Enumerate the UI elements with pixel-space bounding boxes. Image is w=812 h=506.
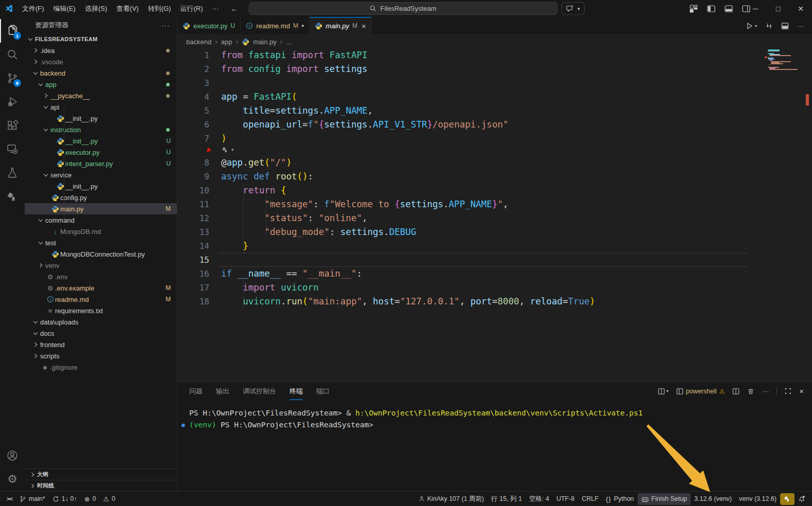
tree-item-__init__.py[interactable]: __init__.py xyxy=(25,113,177,124)
tree-item-docs[interactable]: docs xyxy=(25,328,177,339)
account-icon[interactable] xyxy=(0,444,25,467)
extensions-icon[interactable] xyxy=(0,114,25,137)
status-eol[interactable]: CRLF xyxy=(578,493,602,505)
panel-tab-调试控制台[interactable]: 调试控制台 xyxy=(243,382,276,400)
tree-item-requirements.txt[interactable]: ≡requirements.txt xyxy=(25,305,177,316)
status-git-branch[interactable]: main* xyxy=(16,493,49,505)
pinwheel-extension-icon[interactable] xyxy=(0,185,25,208)
minimap[interactable] xyxy=(768,49,802,70)
tree-item-FILESREADSYSTEAM[interactable]: FILESREADSYSTEAM xyxy=(25,33,177,45)
tree-item-__init__.py[interactable]: __init__.py xyxy=(25,180,177,192)
tree-item-MongoDB.md[interactable]: ↓MongoDB.md xyxy=(25,226,177,237)
menu-item[interactable]: 运行(R) xyxy=(175,3,207,15)
panel-tab-终端[interactable]: 终端 xyxy=(290,382,303,400)
tree-item-instruction[interactable]: instruction xyxy=(25,124,177,135)
close-tab-icon[interactable]: × xyxy=(362,22,366,30)
panel-tab-问题[interactable]: 问题 xyxy=(189,382,203,400)
minimize-button[interactable]: ─ xyxy=(744,0,767,17)
menu-item[interactable]: 编辑(E) xyxy=(49,3,80,15)
status-extension-pinwheel[interactable] xyxy=(780,493,795,505)
status-finish-setup[interactable]: Finish Setup xyxy=(638,493,691,505)
new-terminal-icon[interactable]: ▾ xyxy=(658,388,669,395)
breadcrumb-item[interactable]: main.py xyxy=(253,38,277,46)
menu-item[interactable]: 转到(G) xyxy=(143,3,176,15)
status-cursor-position[interactable]: 行 15, 列 1 xyxy=(488,493,526,505)
tree-item-executor.py[interactable]: executor.pyU xyxy=(25,147,177,158)
tree-item-frontend[interactable]: frontend xyxy=(25,339,177,350)
run-debug-icon[interactable] xyxy=(0,90,25,114)
tree-item-backend[interactable]: backend xyxy=(25,67,177,79)
maximize-button[interactable]: □ xyxy=(767,0,789,17)
status-indentation[interactable]: 空格: 4 xyxy=(526,493,553,505)
menu-item[interactable]: ··· xyxy=(207,3,223,15)
copilot-button[interactable]: ▾ xyxy=(562,2,585,15)
search-view-icon[interactable] xyxy=(0,43,25,66)
tree-item-scripts[interactable]: scripts xyxy=(25,350,177,362)
toggle-sidebar-icon[interactable] xyxy=(707,5,715,13)
editor-tab-executor.py[interactable]: executor.pyU xyxy=(177,17,241,34)
menu-item[interactable]: 文件(F) xyxy=(17,3,49,15)
dirty-indicator-icon[interactable]: ● xyxy=(301,23,304,28)
status-git-sync[interactable]: 1↓ 0↑ xyxy=(49,493,81,505)
tree-item-__pycache__[interactable]: __pycache__ xyxy=(25,90,177,101)
breadcrumb-item[interactable]: ... xyxy=(286,38,292,46)
command-center-search[interactable]: FilesReadSysteam xyxy=(249,2,557,15)
split-terminal-icon[interactable] xyxy=(732,388,739,395)
tree-item-readme.md[interactable]: readme.mdM xyxy=(25,294,177,305)
status-language-mode[interactable]: {}Python xyxy=(602,493,638,505)
tree-item-data-uploads[interactable]: data\uploads xyxy=(25,316,177,328)
ai-inline-widget[interactable]: ▾ xyxy=(221,146,234,154)
tree-item-.vscode[interactable]: .vscode xyxy=(25,56,177,67)
more-actions-icon[interactable]: ··· xyxy=(797,22,804,30)
tree-item-.gitignore[interactable]: ◆.gitignore xyxy=(25,362,177,373)
terminal-output[interactable]: PS H:\OwnProject\FilesReadSysteam> & h:\… xyxy=(177,400,812,431)
terminal-tab-powershell[interactable]: powershell ⚠ xyxy=(676,388,725,395)
tree-item-__init__.py[interactable]: __init__.pyU xyxy=(25,135,177,147)
close-panel-icon[interactable]: × xyxy=(799,387,804,395)
code-editor[interactable]: 1from fastapi import FastAPI2from config… xyxy=(177,48,812,382)
command-decoration-icon[interactable]: ● xyxy=(182,419,185,431)
breadcrumb-item[interactable]: app xyxy=(221,38,232,46)
tree-item-venv[interactable]: venv xyxy=(25,260,177,271)
timeline-section[interactable]: 时间线 xyxy=(25,480,177,491)
tree-item-api[interactable]: api xyxy=(25,101,177,113)
tree-item-.idea[interactable]: .idea xyxy=(25,45,177,56)
menu-item[interactable]: 查看(V) xyxy=(112,3,143,15)
tree-item-command[interactable]: command xyxy=(25,214,177,226)
status-git-blame[interactable]: KiriAky 107 (1 周前) xyxy=(415,493,488,505)
status-encoding[interactable]: UTF-8 xyxy=(553,493,578,505)
status-remote-indicator[interactable]: >< xyxy=(3,493,16,505)
panel-more-icon[interactable]: ··· xyxy=(762,387,769,395)
maximize-panel-icon[interactable] xyxy=(785,388,791,394)
status-python-interpreter[interactable]: 3.12.6 (venv) xyxy=(691,493,735,505)
explorer-icon[interactable]: 1 xyxy=(0,19,25,43)
editor-tab-main.py[interactable]: main.pyM× xyxy=(310,17,371,34)
run-python-file-icon[interactable]: ▾ xyxy=(746,22,757,30)
editor-tab-readme.md[interactable]: readme.mdM● xyxy=(241,17,310,34)
menu-item[interactable]: 选择(S) xyxy=(80,3,112,15)
kill-terminal-icon[interactable] xyxy=(747,388,754,395)
tree-item-app[interactable]: app xyxy=(25,79,177,90)
settings-gear-icon[interactable]: ⚙ xyxy=(0,467,25,491)
tree-item-service[interactable]: service xyxy=(25,169,177,180)
tree-item-MongoDBConnectionTest.py[interactable]: MongoDBConnectionTest.py xyxy=(25,248,177,260)
tree-item-config.py[interactable]: config.py xyxy=(25,192,177,203)
status-python-env[interactable]: venv (3.12.6) xyxy=(735,493,780,505)
toggle-panel-icon[interactable] xyxy=(725,5,733,13)
status-problems-warnings[interactable]: ⚠0 xyxy=(100,493,119,505)
remote-explorer-icon[interactable] xyxy=(0,137,25,161)
customize-layout-icon[interactable] xyxy=(690,5,698,13)
open-changes-icon[interactable] xyxy=(765,22,773,30)
nav-back-icon[interactable]: ← xyxy=(230,4,238,13)
tree-item-intent_parser.py[interactable]: intent_parser.pyU xyxy=(25,158,177,169)
panel-tab-端口[interactable]: 端口 xyxy=(316,382,330,400)
tree-item-.env.example[interactable]: ⚙.env.exampleM xyxy=(25,282,177,294)
split-editor-icon[interactable] xyxy=(781,22,789,30)
status-notifications[interactable] xyxy=(795,493,809,505)
breadcrumb-item[interactable]: backend xyxy=(186,38,211,46)
outline-section[interactable]: 大纲 xyxy=(25,468,177,480)
source-control-icon[interactable]: 9 xyxy=(0,66,25,90)
sidebar-more-icon[interactable]: ··· xyxy=(161,22,170,29)
tree-item-test[interactable]: test xyxy=(25,237,177,248)
tree-item-main.py[interactable]: main.pyM xyxy=(25,203,177,214)
